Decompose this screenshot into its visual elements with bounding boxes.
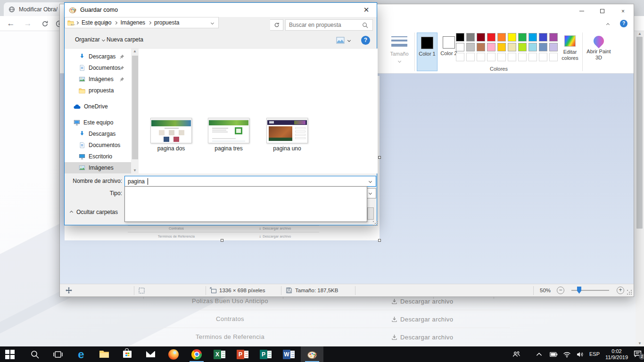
palette-swatch-empty[interactable]: [466, 53, 475, 61]
taskbar-publisher-icon[interactable]: P: [255, 346, 277, 362]
hide-folders-button[interactable]: Ocultar carpetas: [70, 209, 118, 215]
nav-up-button[interactable]: ↑: [101, 19, 113, 28]
palette-swatch[interactable]: [518, 43, 527, 51]
tray-language-indicator[interactable]: ESP: [587, 346, 602, 362]
palette-swatch-empty[interactable]: [528, 53, 537, 61]
palette-swatch-empty[interactable]: [549, 53, 558, 61]
download-link[interactable]: Descargar archivo: [391, 328, 453, 346]
palette-swatch[interactable]: [539, 33, 547, 41]
tray-battery-icon[interactable]: [547, 346, 560, 362]
palette-swatch[interactable]: [487, 33, 495, 41]
canvas-resize-handle-bottom[interactable]: [221, 239, 223, 242]
palette-swatch-empty[interactable]: [456, 53, 464, 61]
download-link[interactable]: Descargar archivo: [391, 310, 453, 328]
view-mode-dropdown-arrow[interactable]: [347, 39, 351, 42]
palette-swatch[interactable]: [539, 43, 547, 51]
filename-dropdown-arrow[interactable]: [369, 180, 372, 183]
paint-help-button[interactable]: ?: [620, 20, 627, 27]
sidebar-item-descargas-2[interactable]: Descargas: [65, 128, 131, 140]
zoom-slider-thumb[interactable]: [577, 287, 581, 294]
maximize-button[interactable]: [592, 4, 613, 18]
dialog-resize-grip[interactable]: [373, 221, 374, 222]
taskbar-mail-icon[interactable]: [139, 346, 162, 362]
palette-swatch-empty[interactable]: [477, 53, 485, 61]
dialog-help-button[interactable]: ?: [361, 36, 370, 45]
taskbar-start-button[interactable]: [0, 346, 23, 362]
scrollbar-thumb[interactable]: [132, 56, 138, 159]
dialog-close-button[interactable]: ✕: [356, 3, 377, 16]
view-mode-button[interactable]: [336, 37, 345, 45]
open-paint3d-button[interactable]: Abrir Paint 3D: [585, 33, 612, 61]
tray-clock[interactable]: 0:02 11/9/2019: [602, 346, 631, 362]
taskbar-store-icon[interactable]: [116, 346, 139, 362]
scrollbar-up-arrow[interactable]: ▲: [636, 31, 644, 37]
address-dropdown-arrow[interactable]: [211, 21, 214, 24]
tray-volume-icon[interactable]: [574, 346, 586, 362]
taskbar-chrome-icon[interactable]: [185, 346, 208, 362]
scrollbar-thumb[interactable]: [636, 37, 643, 229]
browser-reload-button[interactable]: [40, 20, 50, 30]
taskbar-firefox-icon[interactable]: [162, 346, 185, 362]
taskbar-excel-icon[interactable]: X: [208, 346, 231, 362]
edit-colors-button[interactable]: Editar colores: [559, 33, 581, 61]
new-folder-button[interactable]: Nueva carpeta: [107, 36, 143, 43]
canvas-resize-handle-right[interactable]: [378, 156, 381, 159]
file-item-pagina-uno[interactable]: pagina uno: [259, 118, 315, 152]
taskbar-edge-icon[interactable]: e: [70, 346, 92, 362]
palette-swatch-empty[interactable]: [497, 53, 506, 61]
size-button[interactable]: Tamaño: [386, 33, 413, 64]
scrollbar-down-arrow[interactable]: ▼: [636, 341, 644, 346]
palette-swatch-empty[interactable]: [487, 53, 495, 61]
file-item-pagina-dos[interactable]: pagina dos: [143, 118, 199, 152]
color1-button[interactable]: Color 1: [417, 33, 438, 71]
search-input[interactable]: [286, 22, 356, 28]
filename-autocomplete-dropdown[interactable]: [124, 186, 367, 222]
browser-scrollbar[interactable]: ▲ ▼: [636, 31, 644, 346]
palette-swatch[interactable]: [508, 43, 516, 51]
collapse-ribbon-icon[interactable]: [606, 23, 610, 26]
sidebar-item-onedrive[interactable]: OneDrive: [65, 101, 131, 112]
palette-swatch[interactable]: [549, 43, 558, 51]
palette-swatch[interactable]: [466, 33, 475, 41]
breadcrumb-propuesta[interactable]: propuesta: [153, 19, 181, 26]
refresh-button[interactable]: [270, 19, 283, 31]
taskbar-search-button[interactable]: [24, 346, 46, 362]
palette-swatch[interactable]: [518, 33, 527, 41]
palette-swatch[interactable]: [487, 43, 495, 51]
scrollbar-down-arrow[interactable]: ▼: [131, 168, 139, 173]
cancel-button-edge[interactable]: [367, 207, 374, 220]
file-item-pagina-tres[interactable]: pagina tres: [200, 118, 257, 152]
taskbar-word-icon[interactable]: W: [278, 346, 300, 362]
taskbar-paint-icon[interactable]: [301, 346, 323, 362]
palette-swatch[interactable]: [456, 43, 464, 51]
tray-people-icon[interactable]: [510, 346, 522, 362]
resize-grip[interactable]: [627, 290, 628, 291]
sidebar-item-imagenes-2[interactable]: Imágenes: [65, 162, 131, 173]
palette-swatch[interactable]: [508, 33, 516, 41]
taskbar-file-explorer-icon[interactable]: [93, 346, 116, 362]
zoom-in-button[interactable]: +: [617, 287, 624, 294]
palette-swatch[interactable]: [497, 33, 506, 41]
sidebar-item-documentos[interactable]: Documentos: [65, 62, 131, 74]
browser-back-button[interactable]: ←: [6, 19, 16, 28]
sidebar-item-escritorio[interactable]: Escritorio: [65, 151, 131, 162]
tray-show-hidden-icons[interactable]: [533, 346, 545, 362]
sidebar-scrollbar[interactable]: ▲ ▼: [131, 49, 139, 173]
canvas-resize-handle-corner[interactable]: [378, 239, 381, 242]
tray-action-center[interactable]: 2: [631, 346, 644, 362]
sidebar-item-este-equipo[interactable]: Este equipo: [65, 117, 131, 128]
close-button[interactable]: ×: [612, 4, 634, 18]
taskbar-powerpoint-icon[interactable]: P: [231, 346, 254, 362]
palette-swatch[interactable]: [456, 33, 464, 41]
palette-swatch[interactable]: [549, 33, 558, 41]
palette-swatch[interactable]: [477, 33, 485, 41]
palette-swatch-empty[interactable]: [508, 53, 516, 61]
palette-swatch[interactable]: [528, 43, 537, 51]
palette-swatch-empty[interactable]: [518, 53, 527, 61]
minimize-button[interactable]: [571, 4, 592, 18]
sidebar-item-imagenes[interactable]: Imágenes: [65, 74, 131, 85]
organize-button[interactable]: Organizar: [75, 36, 105, 43]
palette-swatch[interactable]: [528, 33, 537, 41]
palette-swatch-empty[interactable]: [539, 53, 547, 61]
palette-swatch[interactable]: [466, 43, 475, 51]
